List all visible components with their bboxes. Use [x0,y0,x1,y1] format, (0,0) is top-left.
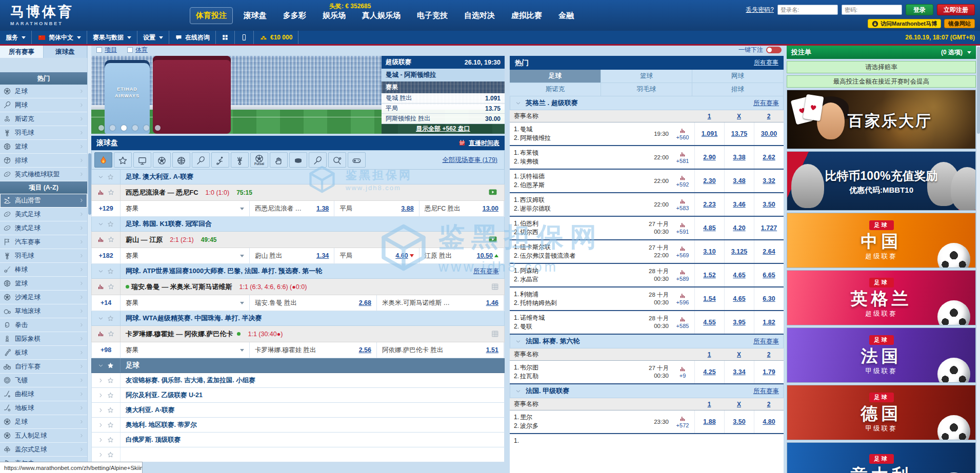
odds-x[interactable]: 3.95 [733,319,745,326]
betslip-header[interactable]: 投注单 (0 选项) [787,46,976,59]
popular-match-row[interactable]: 1.西汉姆联 2.谢菲尔德联 22:00 +583 2.23 3.46 3.50 [510,193,784,217]
favorite-star-icon[interactable] [108,283,114,290]
odds-value[interactable]: 1.46 [482,299,498,306]
odds-1[interactable]: 4.25 [703,368,715,376]
odds-cell[interactable]: 6.65 [754,264,784,286]
statistics-icon[interactable] [97,331,104,337]
main-nav-link[interactable]: 金融 [553,8,579,24]
live-chat-button[interactable]: 在线咨询 [169,31,216,44]
odds-cell[interactable]: 阿依娜.萨巴伦卡 胜出1.51 [377,342,504,358]
odds-1[interactable]: 3.10 [703,248,715,255]
carousel-dot[interactable] [144,125,149,131]
main-nav-link[interactable]: 体育投注 [190,7,233,24]
odds-cell[interactable]: 1.54 [694,287,724,310]
league-name[interactable]: 友谊锦标赛. 俱乐部. 吉大港, 孟加拉国. 小组赛 [121,376,255,385]
sidebar-sport-item[interactable]: 沙滩足球 [0,291,87,304]
col-1-link[interactable]: 1 [708,401,711,408]
statistics-icon[interactable] [679,366,686,372]
baccarat-promo-banner[interactable]: 百家乐大厅 [787,90,976,149]
away-team[interactable]: 谢菲尔德联 [520,205,551,212]
featured-outcome-row[interactable]: 平局 13.75 [382,104,505,114]
statistics-icon[interactable] [97,283,104,290]
odds-2[interactable]: 3.50 [763,201,775,208]
odds-cell[interactable]: 3.48 [724,170,754,192]
featured-outcome-row[interactable]: 曼城 胜出 1.091 [382,93,505,104]
odds-value[interactable]: 10.50 [473,252,493,259]
sidebar-sport-item[interactable]: 羽毛球 [0,126,87,140]
more-markets-count[interactable]: +585 [676,323,689,329]
odds-cell[interactable]: 西悉尼流浪者 …1.38 [250,201,334,216]
home-team[interactable]: 伯恩利 [520,220,538,227]
popular-match-row[interactable]: 1.韦尔图 2.拉瓦勒 27 十月00:30 +9 4.25 3.34 1.79 [510,361,784,384]
odds-x[interactable]: 3.46 [733,201,745,208]
sport-tab[interactable]: 羽毛球 [601,83,692,96]
home-team[interactable]: 利物浦 [520,291,538,298]
sidebar-sport-item[interactable]: 足球 [0,85,87,98]
one-click-bet-toggle[interactable] [766,47,782,53]
sidebar-sport-item[interactable]: 美式足球 [0,208,87,221]
away-team[interactable]: 水晶宫 [520,276,538,283]
sidebar-sport-item[interactable]: 地板球 [0,401,87,415]
all-events-link[interactable]: 所有赛事 [754,58,778,67]
popular-match-row[interactable]: 1.诺维奇城 2.曼联 28 十月00:30 +585 4.55 3.95 1.… [510,311,784,335]
home-team[interactable]: 阿森纳 [520,267,538,274]
away-team[interactable]: 波尔多 [520,422,538,429]
outcome-odds[interactable]: 1.091 [485,95,501,102]
league-name[interactable]: 奥地利. 地区联赛. 蒂罗尔 [121,421,197,429]
expand-icon[interactable] [98,407,104,413]
home-team[interactable]: 里尔 [520,414,532,421]
expand-icon[interactable] [98,422,104,428]
main-nav-link[interactable]: 多多彩 [277,8,312,24]
more-markets-count[interactable]: +129 [92,201,121,216]
statistics-icon[interactable] [679,151,686,157]
popular-match-row[interactable]: 1.曼城 2.阿斯顿维拉 19:30 +560 1.091 13.75 30.0… [510,122,784,146]
popular-match-row[interactable]: 1.布莱顿 2.埃弗顿 22:00 +581 2.90 3.38 2.62 [510,146,784,170]
sport-tab[interactable]: 斯诺克 [510,83,601,96]
odds-cell[interactable]: 4.65 [724,287,754,310]
odds-value[interactable]: 4.60 [391,252,408,259]
collapse-icon[interactable] [515,100,521,106]
match-name[interactable]: 瑞安.鲁曼 — 米奥米.可斯马诺维斯 [131,282,232,292]
live-match-row[interactable]: 卡罗琳娜.穆霍娃 — 阿依娜.萨巴伦卡 1:1 (30:40●) [91,326,505,342]
favorite-star-icon[interactable] [107,315,114,322]
odds-cell[interactable]: 4.55 [694,311,724,334]
sport-filter-button[interactable] [133,152,151,168]
odds-value[interactable]: 3.88 [397,205,413,212]
league-title[interactable]: 英格兰 . 超级联赛 [526,98,578,108]
all-live-events-link[interactable]: 全部现场赛事 (179) [442,156,497,163]
league-title[interactable]: 法国. 甲级联赛 [526,386,569,396]
sport-filter-button[interactable]: Futsal [250,152,268,168]
collapse-icon[interactable] [98,269,104,274]
odds-cell[interactable]: 3.34 [724,361,754,383]
main-nav-link[interactable]: 自选对决 [458,8,501,24]
odds-2[interactable]: 1.82 [763,319,775,326]
away-team[interactable]: 拉瓦勒 [520,373,538,380]
sport-filter-button[interactable] [309,152,327,168]
favorite-star-icon[interactable] [107,451,114,458]
sidebar-sport-item[interactable]: 斯诺克 [0,112,87,126]
odds-cell[interactable]: 2.90 [694,146,724,169]
sport-tab[interactable]: 足球 [510,70,601,83]
odds-1[interactable]: 2.30 [703,177,715,184]
odds-cell[interactable]: 30.00 [754,122,784,145]
more-markets-count[interactable]: +596 [676,299,689,305]
league-name[interactable]: 白俄罗斯. 顶级联赛 [121,436,181,444]
stats-grid-icon[interactable] [491,330,499,338]
collapse-icon[interactable] [98,221,104,227]
market-select[interactable]: 赛果 [121,295,250,311]
odds-value[interactable]: 2.68 [355,299,371,306]
sidebar-tab[interactable]: 滚球盘 [44,46,87,58]
carousel-dot[interactable] [110,125,115,131]
collapse-icon[interactable] [98,363,104,368]
market-select[interactable]: 赛果 [121,342,250,358]
odds-cell[interactable]: 1.091 [694,122,724,145]
expand-icon[interactable] [98,378,104,383]
main-nav-link[interactable]: 虚拟比赛 [506,8,548,24]
match-name[interactable]: 蔚山 — 江原 [126,235,163,244]
league-list-row[interactable]: 奥地利. 地区联赛. 蒂罗尔 [91,418,505,433]
odds-1[interactable]: 4.85 [703,224,715,232]
statistics-icon[interactable] [679,293,686,299]
sport-filter-button[interactable] [172,152,190,168]
home-team[interactable]: 西汉姆联 [520,196,545,203]
home-team[interactable]: 布莱顿 [520,149,538,156]
